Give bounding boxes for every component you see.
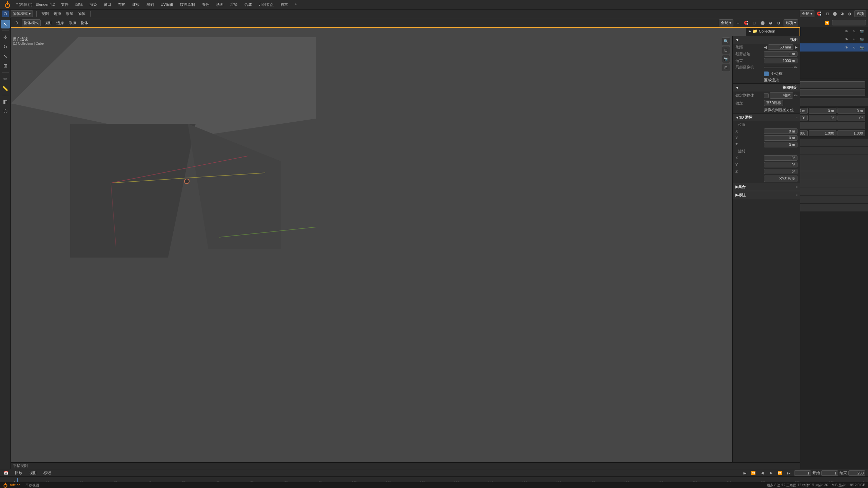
snap-btn[interactable]: 🧲 <box>743 19 750 26</box>
scale-z-value[interactable]: 1.000 <box>837 130 865 136</box>
play-btn[interactable]: ▶ <box>768 470 774 476</box>
zoom-in-icon[interactable]: 🔍 <box>722 37 730 45</box>
cursor-menu-icon[interactable]: ≡ <box>796 116 797 119</box>
end-frame-value[interactable]: 250 <box>848 470 865 476</box>
menu-shading[interactable]: 着色 <box>200 1 211 8</box>
menu-sculpt[interactable]: 雕刻 <box>144 1 156 8</box>
loc-y-value[interactable]: 0 m <box>809 108 836 114</box>
local-camera-value[interactable] <box>764 67 793 68</box>
mode-selector[interactable]: 物体模式 ▾ <box>11 10 33 17</box>
outliner-search[interactable] <box>832 20 866 25</box>
proportional-edit-icon[interactable]: ⊙ <box>735 19 742 26</box>
viewport-3d[interactable]: ⬡ 物体模式 视图 选择 添加 物体 全局 ▾ ⊙ 🧲 ◻ ⬤ ◕ ◑ 透项 ▾… <box>11 18 800 469</box>
tool-transform[interactable]: ⊞ <box>1 61 10 70</box>
cursor-rz-value[interactable]: 0° <box>764 169 797 174</box>
snap-magnet-icon[interactable]: 🧲 <box>816 11 823 17</box>
jump-start-btn[interactable]: ⏮ <box>741 470 748 476</box>
focal-length-value[interactable]: 50 mm <box>768 44 793 50</box>
play-back-btn[interactable]: ◀ <box>759 470 766 476</box>
menu-render2[interactable]: 渲染 <box>228 1 240 8</box>
cursor-3d-header[interactable]: ▼ 3D 游标 ≡ <box>733 114 800 121</box>
n-section-view-header[interactable]: ▼ 视图 <box>733 36 800 44</box>
col-render-icon[interactable]: 📷 <box>859 36 865 43</box>
timeline-view-menu[interactable]: 视图 <box>28 470 38 476</box>
playback-menu[interactable]: 回放 <box>14 470 24 476</box>
tool-add-mesh[interactable]: ⬡ <box>1 107 10 116</box>
annotations-menu-icon[interactable]: ≡ <box>796 194 797 197</box>
shading-render-icon[interactable]: ◑ <box>775 19 782 26</box>
toolbar-pointer[interactable]: ⬡ <box>2 11 9 17</box>
viewport-view-menu[interactable]: 视图 <box>43 20 53 26</box>
clip-start-value[interactable]: 1 m <box>764 51 797 57</box>
tool-rotate[interactable]: ↻ <box>1 42 10 51</box>
viewport-select-menu[interactable]: 选择 <box>55 20 65 26</box>
cursor-x-value[interactable]: 0 m <box>764 128 797 134</box>
loc-z-value[interactable]: 0 m <box>837 108 865 114</box>
menu-plus[interactable]: + <box>293 1 299 8</box>
menu-texture-paint[interactable]: 纹理绘制 <box>178 1 197 8</box>
overlays-btn[interactable]: 透项 <box>854 10 866 17</box>
menu-window[interactable]: 窗口 <box>102 1 113 8</box>
camera-pick-icon[interactable]: ✏ <box>794 65 797 70</box>
outliner-item-scene-collection[interactable]: ▶ 📁 Collection 👁 ↖ 📷 <box>746 27 868 35</box>
cube-select-icon[interactable]: ↖ <box>851 44 857 51</box>
start-frame-value[interactable]: 1 <box>821 470 838 476</box>
scene-area[interactable]: 用户透视 (1) Collection | Cube <box>11 27 800 469</box>
menu-modeling[interactable]: 建模 <box>130 1 142 8</box>
cursor-y-value[interactable]: 0 m <box>764 135 797 141</box>
current-frame-value[interactable]: 1 <box>794 470 811 476</box>
menu-scripting[interactable]: 脚本 <box>278 1 290 8</box>
material-icon[interactable]: ◕ <box>839 11 846 17</box>
cursor-rx-value[interactable]: 0° <box>764 155 797 161</box>
tool-scale[interactable]: ⤡ <box>1 52 10 61</box>
viewport-add-menu[interactable]: 添加 <box>67 20 77 26</box>
rendered-icon[interactable]: ◑ <box>846 11 853 17</box>
step-back-btn[interactable]: ⏪ <box>750 470 757 476</box>
focal-prev-btn[interactable]: ◀ <box>764 45 767 49</box>
view-lock-header[interactable]: ▼ 视图锁定 <box>733 84 800 92</box>
rot-z-value[interactable]: 0° <box>837 115 865 121</box>
lock-obj-edit-icon[interactable]: ✏ <box>794 93 797 98</box>
cursor-ry-value[interactable]: 0° <box>764 162 797 167</box>
overlay-btn[interactable]: 透项 ▾ <box>784 19 798 26</box>
menu-geometry-nodes[interactable]: 几何节点 <box>257 1 276 8</box>
menu-compositing[interactable]: 合成 <box>242 1 254 8</box>
cube-eye-icon[interactable]: 👁 <box>843 44 850 51</box>
tool-move[interactable]: ✛ <box>1 33 10 42</box>
editor-type-icon[interactable]: ⬡ <box>13 19 20 26</box>
menu-layout[interactable]: 布局 <box>116 1 127 8</box>
viewport-global-btn[interactable]: 全局 ▾ <box>719 19 733 26</box>
clip-end-value[interactable]: 1000 m <box>764 58 797 63</box>
zoom-extent-icon[interactable]: ⊡ <box>722 46 730 54</box>
scene-eye-icon[interactable]: 👁 <box>843 28 850 35</box>
tool-select[interactable]: ↖ <box>1 20 10 28</box>
viewport-object-menu[interactable]: 物体 <box>79 20 90 26</box>
border-checkbox[interactable] <box>764 72 769 76</box>
cursor-mode-value[interactable]: XYZ 欧拉 <box>764 176 797 182</box>
camera-view-icon[interactable]: 📷 <box>722 55 730 63</box>
shading-mat-icon[interactable]: ◕ <box>767 19 774 26</box>
col-select-icon[interactable]: ↖ <box>851 36 857 43</box>
top-menu[interactable]: 文件 编辑 渲染 窗口 布局 建模 雕刻 UV编辑 纹理绘制 着色 动画 渲染 … <box>59 1 299 8</box>
rot-y-value[interactable]: 0° <box>809 115 836 121</box>
tool-add-cube[interactable]: ◧ <box>1 97 10 106</box>
menu-uv[interactable]: UV编辑 <box>159 1 175 8</box>
scale-y-value[interactable]: 1.000 <box>809 130 836 136</box>
focal-next-btn[interactable]: ▶ <box>795 45 797 49</box>
collections-header[interactable]: ▶ 集合 ≡ <box>733 183 800 191</box>
menu-edit[interactable]: 编辑 <box>73 1 85 8</box>
to-3d-cursor-btn[interactable]: 至3D游标 <box>764 100 783 106</box>
wireframe-icon[interactable]: ◻ <box>824 11 831 17</box>
cursor-z-value[interactable]: 0 m <box>764 142 797 147</box>
add-menu[interactable]: 添加 <box>64 11 75 17</box>
menu-file[interactable]: 文件 <box>59 1 71 8</box>
jump-end-btn[interactable]: ⏭ <box>785 470 792 476</box>
grid-icon[interactable]: ⊞ <box>722 64 730 72</box>
select-menu[interactable]: 选择 <box>52 11 62 17</box>
annotations-header[interactable]: ▶ 标注 ≡ <box>733 191 800 199</box>
shading-wire-icon[interactable]: ◻ <box>751 19 758 26</box>
outliner-filter-icon[interactable]: 🔽 <box>824 19 831 26</box>
scene-render-icon[interactable]: 📷 <box>859 28 865 35</box>
timeline-type-icon[interactable]: 📅 <box>3 470 9 476</box>
step-forward-btn[interactable]: ⏩ <box>776 470 783 476</box>
